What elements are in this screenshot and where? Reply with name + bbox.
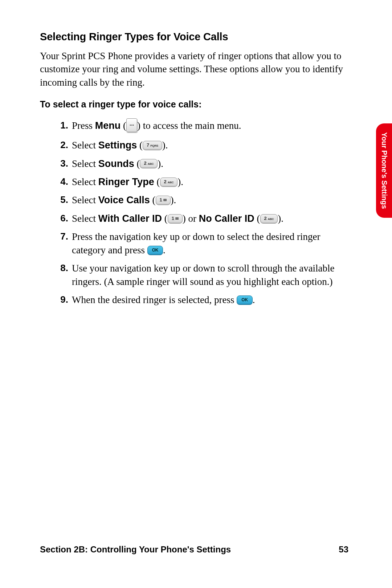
paren-open: ( bbox=[134, 158, 140, 169]
paren-close: ) bbox=[137, 120, 143, 131]
step-text: Press the navigation key up or down to s… bbox=[72, 231, 320, 255]
menu-key-icon: ··· bbox=[126, 118, 137, 132]
step-item: 6. Select With Caller ID () or No Caller… bbox=[59, 212, 348, 225]
with-caller-id-label: With Caller ID bbox=[98, 213, 162, 224]
step-number: 9. bbox=[52, 293, 68, 306]
page-footer: Section 2B: Controlling Your Phone's Set… bbox=[40, 544, 348, 555]
settings-label: Settings bbox=[98, 140, 137, 151]
step-item: 9. When the desired ringer is selected, … bbox=[59, 293, 348, 306]
paren-open: ( bbox=[154, 176, 160, 187]
step-number: 4. bbox=[52, 175, 68, 188]
step-item: 1. Press Menu (···) to access the main m… bbox=[59, 119, 348, 134]
step-text: Press bbox=[72, 120, 95, 131]
step-item: 7. Press the navigation key up or down t… bbox=[59, 230, 348, 257]
ok-key-icon: OK bbox=[147, 246, 163, 255]
footer-section: Section 2B: Controlling Your Phone's Set… bbox=[40, 544, 231, 555]
paren-close: ). bbox=[162, 140, 168, 151]
step-item: 8. Use your navigation key up or down to… bbox=[59, 262, 348, 288]
key-1-icon bbox=[156, 196, 171, 205]
paren-close: ). bbox=[171, 195, 176, 205]
key-2-icon bbox=[140, 159, 158, 168]
step-text: When the desired ringer is selected, pre… bbox=[72, 294, 237, 305]
page-number: 53 bbox=[339, 544, 348, 555]
section-title: Selecting Ringer Types for Voice Calls bbox=[40, 31, 348, 43]
paren-open: ( bbox=[137, 140, 143, 151]
sounds-label: Sounds bbox=[98, 158, 134, 169]
step-text: or bbox=[188, 213, 199, 224]
paren-open: ( bbox=[121, 120, 126, 131]
key-2-icon bbox=[260, 214, 278, 224]
step-number: 6. bbox=[52, 212, 68, 225]
voice-calls-label: Voice Calls bbox=[98, 195, 150, 205]
period: . bbox=[253, 294, 255, 305]
step-list: 1. Press Menu (···) to access the main m… bbox=[40, 119, 348, 306]
step-number: 5. bbox=[52, 193, 68, 206]
step-text: Select bbox=[72, 140, 98, 151]
step-item: 5. Select Voice Calls (). bbox=[59, 193, 348, 207]
intro-paragraph: Your Sprint PCS Phone provides a variety… bbox=[40, 49, 348, 89]
step-text: Select bbox=[72, 158, 98, 169]
side-tab: Your Phone's Settings bbox=[376, 123, 392, 218]
period: . bbox=[163, 245, 166, 256]
paren-open: ( bbox=[254, 213, 260, 224]
step-text: Select bbox=[72, 195, 98, 205]
paren-open: ( bbox=[162, 213, 168, 224]
step-number: 2. bbox=[52, 139, 68, 151]
paren-close: ). bbox=[177, 176, 183, 187]
step-text: Use your navigation key up or down to sc… bbox=[72, 263, 335, 287]
step-item: 3. Select Sounds (). bbox=[59, 157, 348, 170]
side-tab-label: Your Phone's Settings bbox=[380, 132, 388, 209]
menu-label: Menu bbox=[95, 120, 121, 131]
procedure-subhead: To select a ringer type for voice calls: bbox=[40, 99, 348, 110]
paren-close: ) bbox=[183, 213, 188, 224]
key-7-icon bbox=[143, 141, 162, 150]
step-number: 1. bbox=[52, 119, 68, 132]
step-text: to access the main menu. bbox=[143, 120, 241, 131]
step-item: 4. Select Ringer Type (). bbox=[59, 175, 348, 188]
ok-key-icon: OK bbox=[237, 295, 252, 305]
step-text: Select bbox=[72, 176, 98, 187]
key-1-icon bbox=[168, 214, 183, 224]
paren-open: ( bbox=[150, 195, 156, 205]
ringer-type-label: Ringer Type bbox=[98, 176, 154, 187]
step-item: 2. Select Settings (). bbox=[59, 139, 348, 152]
manual-page: Selecting Ringer Types for Voice Calls Y… bbox=[0, 0, 392, 588]
step-number: 7. bbox=[52, 230, 68, 243]
no-caller-id-label: No Caller ID bbox=[199, 213, 254, 224]
key-2-icon bbox=[160, 177, 178, 187]
paren-close: ). bbox=[158, 158, 163, 169]
step-number: 8. bbox=[52, 262, 68, 274]
step-text: Select bbox=[72, 213, 98, 224]
step-number: 3. bbox=[52, 157, 68, 170]
paren-close: ). bbox=[278, 213, 283, 224]
